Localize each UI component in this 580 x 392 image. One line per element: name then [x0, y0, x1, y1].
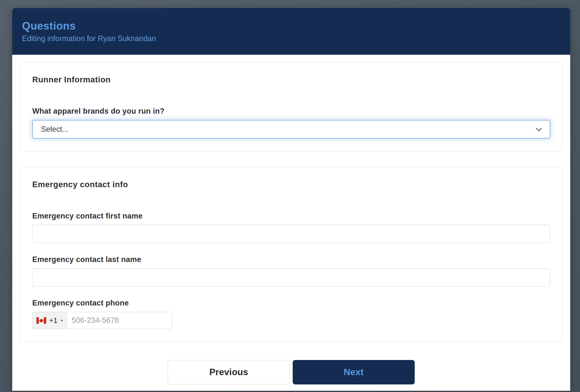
page-subtitle: Editing information for Ryan Suknandan — [22, 34, 561, 43]
emergency-phone-input[interactable] — [68, 312, 172, 329]
emergency-last-name-field: Emergency contact last name — [32, 255, 550, 287]
apparel-brands-select-value: Select... — [41, 125, 68, 134]
questions-panel: Questions Editing information for Ryan S… — [12, 8, 570, 391]
runner-information-card: Runner Information What apparel brands d… — [20, 62, 563, 152]
emergency-contact-card: Emergency contact info Emergency contact… — [20, 167, 563, 342]
emergency-contact-heading: Emergency contact info — [32, 180, 550, 189]
questions-header: Questions Editing information for Ryan S… — [12, 8, 570, 55]
apparel-brands-label: What apparel brands do you run in? — [32, 107, 550, 116]
emergency-phone-box: +1 — [32, 312, 172, 329]
emergency-phone-label: Emergency contact phone — [32, 299, 550, 307]
emergency-phone-field: Emergency contact phone +1 — [32, 299, 550, 329]
emergency-first-name-label: Emergency contact first name — [32, 212, 550, 220]
emergency-last-name-label: Emergency contact last name — [32, 255, 550, 264]
form-navigation: Previous Next — [20, 360, 563, 385]
next-button[interactable]: Next — [293, 360, 415, 385]
page-title: Questions — [22, 20, 561, 32]
previous-button[interactable]: Previous — [168, 360, 290, 385]
country-code-selector[interactable]: +1 — [32, 312, 68, 329]
runner-information-heading: Runner Information — [32, 75, 550, 84]
apparel-brands-select[interactable]: Select... — [32, 120, 550, 139]
canada-flag-icon — [36, 317, 46, 324]
emergency-first-name-input[interactable] — [32, 225, 550, 243]
apparel-brands-field: What apparel brands do you run in? Selec… — [32, 107, 550, 139]
dropdown-arrow-icon — [60, 320, 63, 322]
emergency-first-name-field: Emergency contact first name — [32, 212, 550, 243]
dial-code: +1 — [49, 316, 57, 325]
form-content: Runner Information What apparel brands d… — [12, 55, 570, 385]
chevron-down-icon — [536, 125, 542, 131]
emergency-last-name-input[interactable] — [32, 268, 550, 287]
